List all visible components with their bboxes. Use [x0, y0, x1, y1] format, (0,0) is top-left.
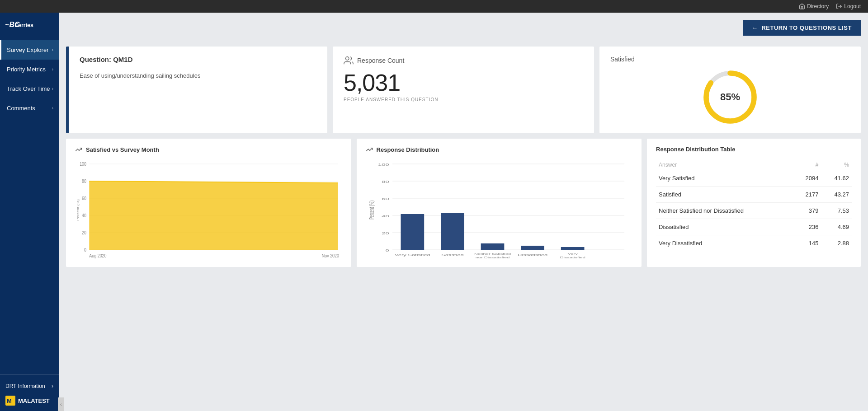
top-bar: Directory Logout [0, 0, 868, 13]
table-cell-percent: 41.62 [821, 170, 852, 187]
people-icon [344, 56, 354, 65]
table-cell-count: 145 [793, 235, 821, 252]
table-cell-count: 2177 [793, 187, 821, 203]
line-chart-title: Satisfied vs Survey Month [86, 146, 159, 153]
donut-chart: 85% [703, 70, 757, 124]
bar-chart-area: Percent (%) 100 80 60 40 20 0 [366, 160, 633, 260]
svg-text:Very: Very [567, 252, 578, 256]
table-cell-answer: Neither Satisfied nor Dissatisfied [656, 203, 793, 219]
table-cell-percent: 4.69 [821, 219, 852, 235]
return-to-questions-button[interactable]: ← RETURN TO QUESTIONS LIST [743, 20, 861, 36]
directory-link[interactable]: Directory [799, 3, 829, 9]
col-header-percent: % [821, 160, 852, 170]
directory-label: Directory [807, 3, 829, 9]
svg-marker-21 [89, 181, 338, 250]
malatest-logo: M MALATEST [5, 392, 53, 406]
table-cell-answer: Very Dissatisfied [656, 235, 793, 252]
sidebar-collapse-handle[interactable]: ‹ [58, 397, 64, 411]
svg-text:80: 80 [82, 179, 86, 184]
svg-text:100: 100 [80, 162, 86, 167]
question-card: Question: QM1D Ease of using/understandi… [66, 47, 327, 133]
col-header-answer: Answer [656, 160, 793, 170]
table-cell-count: 236 [793, 219, 821, 235]
chevron-right-icon: › [52, 86, 53, 91]
col-header-count: # [793, 160, 821, 170]
top-cards-row: Question: QM1D Ease of using/understandi… [66, 47, 861, 133]
line-chart-card: Satisfied vs Survey Month 100 80 60 40 2… [66, 139, 351, 267]
table-row: Dissatisfied 236 4.69 [656, 219, 852, 235]
svg-text:nor Dissatisfied: nor Dissatisfied [475, 256, 509, 259]
table-card-title: Response Distribution Table [656, 146, 852, 153]
svg-text:0: 0 [385, 248, 389, 252]
svg-text:0: 0 [84, 248, 86, 253]
svg-rect-40 [521, 246, 544, 250]
table-cell-percent: 43.27 [821, 187, 852, 203]
table-row: Very Dissatisfied 145 2.88 [656, 235, 852, 252]
distribution-table: Answer # % Very Satisfied 2094 41.62 Sat… [656, 160, 852, 251]
svg-text:100: 100 [378, 163, 389, 167]
table-cell-percent: 2.88 [821, 235, 852, 252]
svg-point-5 [346, 57, 349, 60]
logo-area: ~BC Ferries [0, 13, 59, 40]
svg-text:Very Satisfied: Very Satisfied [394, 253, 430, 257]
svg-rect-38 [441, 213, 464, 250]
donut-percent: 85% [720, 91, 740, 103]
table-cell-percent: 7.53 [821, 203, 852, 219]
table-header-row: Answer # % [656, 160, 852, 170]
svg-rect-39 [481, 243, 504, 250]
distribution-icon [366, 146, 373, 153]
sidebar-item-comments[interactable]: Comments › [0, 98, 59, 118]
sidebar: ~BC Ferries Survey Explorer › Priority M… [0, 13, 59, 411]
logout-link[interactable]: Logout [836, 3, 861, 9]
bar-chart-svg: Percent (%) 100 80 60 40 20 0 [366, 160, 633, 260]
svg-text:40: 40 [382, 214, 389, 218]
chevron-right-icon: › [52, 67, 53, 72]
svg-text:Dissatisfied: Dissatisfied [560, 256, 585, 259]
chevron-right-icon: › [52, 47, 53, 52]
trend-icon [75, 146, 82, 153]
satisfied-label: Satisfied [610, 56, 635, 63]
table-body: Very Satisfied 2094 41.62 Satisfied 2177… [656, 170, 852, 252]
malatest-label: MALATEST [18, 397, 50, 404]
sidebar-item-priority-metrics[interactable]: Priority Metrics › [0, 60, 59, 79]
main-layout: ~BC Ferries Survey Explorer › Priority M… [0, 13, 868, 411]
line-chart-area: 100 80 60 40 20 0 Percent (%) [75, 160, 342, 260]
bar-chart-card: Response Distribution Percent (%) 100 80… [357, 139, 642, 267]
svg-rect-37 [401, 214, 424, 250]
response-count: 5,031 [344, 71, 400, 94]
sidebar-item-label: Priority Metrics [7, 66, 46, 73]
main-content: ← RETURN TO QUESTIONS LIST Question: QM1… [59, 13, 868, 411]
table-cell-answer: Very Satisfied [656, 170, 793, 187]
svg-text:Dissatisfied: Dissatisfied [518, 253, 547, 257]
svg-text:80: 80 [382, 180, 389, 184]
response-card-title: Response Count [357, 57, 404, 64]
sidebar-item-label: Survey Explorer [7, 47, 48, 53]
sidebar-item-survey-explorer[interactable]: Survey Explorer › [0, 40, 59, 60]
svg-text:20: 20 [382, 231, 389, 235]
sidebar-nav: Survey Explorer › Priority Metrics › Tra… [0, 40, 59, 374]
response-subtitle: PEOPLE ANSWERED THIS QUESTION [344, 97, 438, 102]
table-cell-answer: Dissatisfied [656, 219, 793, 235]
sidebar-footer: DRT Information › M MALATEST [0, 374, 59, 411]
svg-text:60: 60 [82, 196, 86, 201]
satisfied-card: Satisfied 85% [599, 47, 861, 133]
table-cell-count: 379 [793, 203, 821, 219]
question-text: Ease of using/understanding sailing sche… [80, 72, 316, 79]
return-button-label: RETURN TO QUESTIONS LIST [761, 24, 852, 31]
drt-info-link[interactable]: DRT Information › [5, 380, 53, 392]
sidebar-item-label: Track Over Time [7, 85, 50, 92]
svg-text:Ferries: Ferries [14, 22, 33, 28]
svg-text:60: 60 [382, 197, 389, 201]
svg-text:M: M [7, 397, 12, 404]
distribution-table-card: Response Distribution Table Answer # % V… [647, 139, 861, 267]
sidebar-item-label: Comments [7, 105, 35, 112]
sidebar-item-track-over-time[interactable]: Track Over Time › [0, 79, 59, 98]
svg-text:Percent (%): Percent (%) [75, 199, 80, 221]
bar-chart-title: Response Distribution [377, 146, 439, 153]
table-row: Neither Satisfied nor Dissatisfied 379 7… [656, 203, 852, 219]
svg-text:20: 20 [82, 230, 86, 236]
chevron-right-icon: › [52, 106, 53, 111]
line-chart-svg: 100 80 60 40 20 0 Percent (%) [75, 160, 342, 260]
logout-label: Logout [844, 3, 861, 9]
table-row: Very Satisfied 2094 41.62 [656, 170, 852, 187]
